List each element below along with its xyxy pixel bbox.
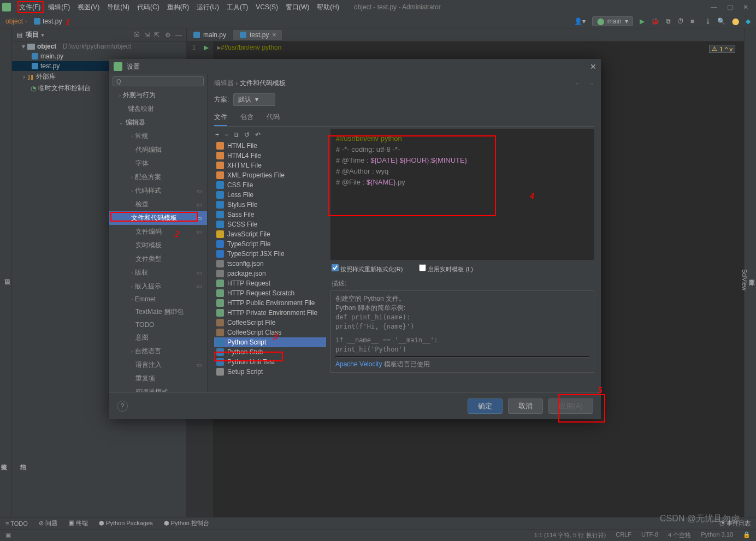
- template-item[interactable]: HTTP Public Environment File: [214, 298, 326, 308]
- nav-intentions[interactable]: 意图: [109, 331, 207, 344]
- help-icon[interactable]: ?: [117, 401, 128, 412]
- nav-inspections[interactable]: 检查▭: [109, 198, 207, 211]
- run-config-dropdown[interactable]: ⬤main▾: [592, 16, 633, 26]
- nav-lang-inject[interactable]: 语言注入▭: [109, 358, 207, 372]
- menu-window[interactable]: 窗口(W): [282, 3, 313, 12]
- tab-includes[interactable]: 包含: [240, 110, 253, 126]
- nav-editor[interactable]: ⌄编辑器: [109, 116, 207, 129]
- status-lock-icon[interactable]: 🔒: [743, 531, 751, 539]
- right-rail-database[interactable]: 数据库: [748, 32, 756, 517]
- breadcrumb-file[interactable]: test.py: [34, 17, 62, 25]
- nav-inlay[interactable]: ›嵌入提示▭: [109, 280, 207, 293]
- breadcrumb-root[interactable]: object: [5, 17, 23, 25]
- maximize-icon[interactable]: ▢: [727, 3, 733, 11]
- template-item[interactable]: HTML File: [214, 141, 326, 151]
- menu-view[interactable]: 视图(V): [74, 3, 103, 12]
- apply-button[interactable]: 应用(A): [548, 399, 593, 414]
- nav-todo[interactable]: TODO: [109, 319, 207, 331]
- template-item[interactable]: HTTP Request: [214, 278, 326, 288]
- nav-dup[interactable]: 重复项: [109, 372, 207, 385]
- menu-navigate[interactable]: 导航(N): [103, 3, 133, 12]
- gear-icon[interactable]: ⚙: [165, 31, 171, 39]
- tab-main[interactable]: main.py: [187, 30, 233, 40]
- copy-icon[interactable]: ⧉: [234, 131, 239, 139]
- nav-file-types[interactable]: 文件类型: [109, 252, 207, 266]
- nav-copyright[interactable]: ›版权▭: [109, 266, 207, 280]
- search-everywhere-icon[interactable]: 🔍: [717, 17, 725, 25]
- template-item[interactable]: Setup Script: [214, 367, 326, 377]
- nav-back-icon[interactable]: ←: [575, 80, 581, 87]
- nav-general[interactable]: ›常规: [109, 129, 207, 143]
- csdn-icon[interactable]: ◆: [746, 17, 751, 25]
- template-item[interactable]: XML Properties File: [214, 170, 326, 180]
- template-item[interactable]: HTTP Request Scratch: [214, 288, 326, 298]
- nav-reader[interactable]: 阅读器模式: [109, 385, 207, 392]
- template-item[interactable]: CSS File: [214, 180, 326, 190]
- menu-help[interactable]: 帮助(H): [313, 3, 343, 12]
- user-icon[interactable]: 👤▾: [574, 17, 586, 25]
- template-item[interactable]: CoffeeScript File: [214, 318, 326, 328]
- dialog-close-icon[interactable]: ✕: [590, 62, 596, 71]
- status-crlf[interactable]: CRLF: [616, 531, 631, 539]
- status-icon[interactable]: ▣: [5, 532, 11, 539]
- menu-edit[interactable]: 编辑(E): [44, 3, 74, 12]
- close-icon[interactable]: ✕: [743, 3, 748, 11]
- cancel-button[interactable]: 取消: [508, 399, 543, 414]
- template-item[interactable]: package.json: [214, 269, 326, 278]
- menu-refactor[interactable]: 重构(R): [163, 3, 193, 12]
- template-item[interactable]: Less File: [214, 190, 326, 200]
- close-tab-icon[interactable]: ×: [272, 31, 276, 39]
- tw-todo[interactable]: ≡ TODO: [5, 520, 28, 527]
- nav-file-encoding[interactable]: 文件编码▭: [109, 225, 207, 239]
- template-item[interactable]: Python Stub: [214, 347, 326, 357]
- template-item[interactable]: JavaScript File: [214, 229, 326, 239]
- nav-fwd-icon[interactable]: →: [588, 80, 594, 87]
- nav-emmet[interactable]: ›Emmet: [109, 293, 207, 305]
- tw-terminal[interactable]: ▣ 终端: [68, 519, 88, 527]
- undo-icon[interactable]: ↶: [255, 131, 261, 139]
- template-item[interactable]: Stylus File: [214, 200, 326, 210]
- menu-file[interactable]: 文件(F): [15, 3, 44, 12]
- coverage-icon[interactable]: ⧉: [666, 17, 671, 25]
- debug-icon[interactable]: 🐞: [651, 17, 659, 25]
- nav-natural-lang[interactable]: ›自然语言: [109, 344, 207, 358]
- reformat-checkbox[interactable]: 按照样式重新格式化(R): [332, 264, 403, 274]
- hide-icon[interactable]: —: [175, 31, 182, 39]
- live-checkbox[interactable]: 启用实时模板 (L): [419, 264, 473, 274]
- tab-files[interactable]: 文件: [214, 110, 227, 126]
- template-item[interactable]: tsconfig.json: [214, 259, 326, 269]
- menu-tools[interactable]: 工具(T): [223, 3, 252, 12]
- template-item[interactable]: CoffeeScript Class: [214, 328, 326, 337]
- template-item[interactable]: SCSS File: [214, 219, 326, 229]
- tw-events[interactable]: ◔ 事件日志: [719, 519, 751, 527]
- expand-all-icon[interactable]: ⇲: [144, 31, 150, 39]
- nav-color-scheme[interactable]: ›配色方案: [109, 170, 207, 184]
- remove-icon[interactable]: −: [225, 131, 228, 139]
- nav-code-edit[interactable]: 代码编辑: [109, 143, 207, 157]
- tw-python-console[interactable]: ⬢ Python 控制台: [164, 519, 209, 527]
- tab-test[interactable]: test.py×: [233, 30, 283, 40]
- velocity-link[interactable]: Apache Velocity: [335, 360, 382, 368]
- template-item[interactable]: TypeScript JSX File: [214, 249, 326, 259]
- tw-problems[interactable]: ⊘ 问题: [39, 519, 57, 527]
- tab-code[interactable]: 代码: [267, 110, 280, 126]
- tree-root[interactable]: ▾ object D:\work\pycharm\object: [12, 41, 186, 51]
- status-position[interactable]: 1:1 (114 字符, 5 行 换行符): [534, 531, 606, 539]
- collapse-all-icon[interactable]: ⇱: [154, 31, 160, 39]
- stop-icon[interactable]: ■: [690, 17, 694, 25]
- menu-run[interactable]: 运行(U): [193, 3, 223, 12]
- template-item[interactable]: Python Unit Test: [214, 357, 326, 367]
- template-item[interactable]: HTTP Private Environment File: [214, 308, 326, 318]
- reset-icon[interactable]: ↺: [244, 131, 250, 139]
- right-rail-sciview[interactable]: SciView: [741, 43, 748, 517]
- menu-vcs[interactable]: VCS(S): [252, 3, 282, 11]
- nav-live-templates[interactable]: 实时模板: [109, 239, 207, 252]
- scheme-dropdown[interactable]: 默认 ▾: [233, 93, 275, 106]
- vcs-update-icon[interactable]: ⤓: [705, 17, 711, 25]
- nav-code-style[interactable]: ›代码样式▭: [109, 184, 207, 198]
- profile-icon[interactable]: ⏱: [677, 17, 684, 25]
- ok-button[interactable]: 确定: [468, 399, 503, 414]
- settings-search[interactable]: Q: [113, 76, 204, 86]
- nav-templates[interactable]: 文件和代码模板▭: [109, 211, 207, 225]
- select-opened-icon[interactable]: ⦿: [133, 31, 140, 39]
